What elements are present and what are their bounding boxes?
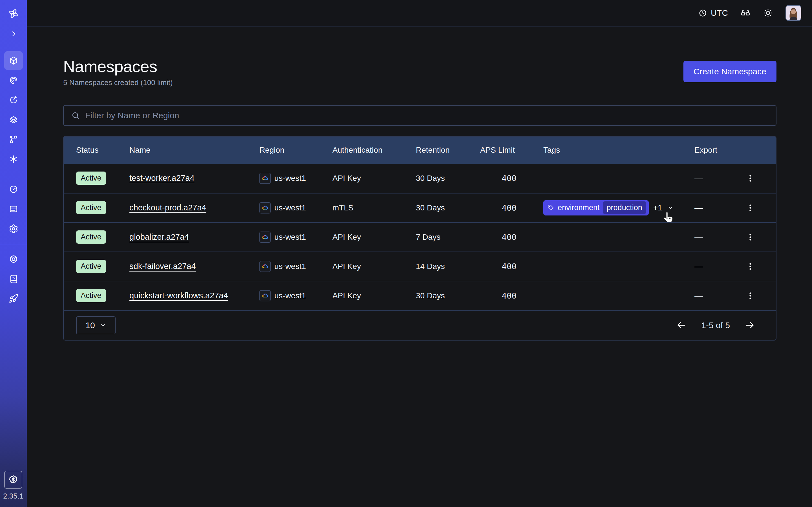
col-aps-limit: APS Limit [480, 146, 543, 155]
sidebar-item-gauge[interactable] [4, 179, 23, 199]
rocket-icon [9, 294, 18, 303]
timezone-label: UTC [711, 8, 728, 18]
page-size-select[interactable]: 10 [76, 316, 116, 334]
row-kebab-button[interactable] [738, 232, 776, 242]
gcp-logo-icon [259, 290, 271, 301]
temporal-logo [4, 6, 23, 21]
row-kebab-button[interactable] [738, 291, 776, 300]
chevron-right-icon [10, 30, 17, 38]
arrow-right-icon [745, 320, 755, 330]
sidebar-item-namespaces[interactable] [4, 51, 23, 70]
glasses-icon [741, 8, 751, 18]
region-name: us-west1 [274, 291, 306, 300]
tag-value: production [603, 202, 646, 214]
gcp-logo-icon [259, 202, 271, 214]
glasses-button[interactable] [741, 8, 751, 18]
table-row: Active globalizer.a27a4 us-west1 API Key… [64, 222, 776, 251]
sidebar-expand-button[interactable] [4, 26, 23, 41]
card-icon [9, 204, 18, 214]
col-export: Export [695, 146, 738, 155]
spiral-icon [9, 75, 18, 85]
col-region: Region [259, 146, 333, 155]
region-cell: us-west1 [259, 173, 333, 184]
export-value: — [695, 262, 738, 271]
page-title: Namespaces [63, 57, 173, 75]
pager: 1-5 of 5 [676, 320, 755, 330]
row-kebab-button[interactable] [738, 173, 776, 183]
theme-toggle-button[interactable] [763, 8, 773, 18]
export-value: — [695, 173, 738, 183]
page-head: Namespaces 5 Namespaces created (100 lim… [63, 57, 776, 87]
next-page-button[interactable] [745, 320, 755, 330]
gear-icon [9, 224, 18, 233]
namespace-link[interactable]: sdk-failover.a27a4 [130, 262, 196, 271]
table-footer: 10 1-5 of 5 [64, 310, 776, 340]
namespace-link[interactable]: test-worker.a27a4 [130, 173, 195, 182]
sidebar-divider [0, 244, 27, 244]
sidebar-item-branch[interactable] [4, 129, 23, 149]
region-cell: us-west1 [259, 261, 333, 272]
row-kebab-button[interactable] [738, 203, 776, 213]
sidebar-bottom: 2.35.1 [3, 471, 24, 500]
tag-badge[interactable]: environment production [543, 200, 649, 216]
page-size-value: 10 [86, 321, 95, 330]
chevron-down-icon [100, 322, 106, 329]
gcp-logo-icon [259, 231, 271, 243]
table-header-row: Status Name Region Authentication Retent… [64, 136, 776, 164]
table-row: Active sdk-failover.a27a4 us-west1 API K… [64, 251, 776, 281]
user-avatar[interactable] [785, 5, 801, 21]
aps-limit-value: 400 [480, 262, 543, 271]
sun-icon [763, 8, 773, 18]
create-namespace-button[interactable]: Create Namespace [683, 61, 776, 82]
auth-value: API Key [333, 233, 416, 242]
timezone-button[interactable]: UTC [698, 8, 728, 18]
filter-input[interactable] [85, 111, 769, 120]
export-value: — [695, 232, 738, 242]
namespace-link[interactable]: quickstart-workflows.a27a4 [130, 291, 228, 300]
table-body: Active test-worker.a27a4 us-west1 API Ke… [64, 164, 776, 310]
aps-limit-value: 400 [480, 173, 543, 183]
tag-expand-chevron[interactable] [667, 204, 674, 212]
sidebar-item-card[interactable] [4, 199, 23, 219]
kebab-icon [746, 173, 755, 183]
namespace-link[interactable]: globalizer.a27a4 [130, 232, 189, 241]
gauge-icon [9, 184, 18, 194]
asterisk-icon [9, 154, 18, 164]
cube-icon [9, 56, 18, 65]
kebab-icon [746, 232, 755, 242]
sidebar-item-book[interactable] [4, 269, 23, 289]
prev-page-button[interactable] [676, 320, 687, 330]
layers-icon [9, 115, 18, 124]
clock-icon [698, 9, 707, 17]
topbar: UTC [27, 0, 812, 26]
auth-value: API Key [333, 174, 416, 183]
filter-bar [63, 105, 776, 126]
status-badge: Active [76, 172, 106, 185]
kebab-icon [746, 291, 755, 300]
sidebar-item-asterisk[interactable] [4, 149, 23, 169]
col-authentication: Authentication [333, 146, 416, 155]
sidebar-item-spiral[interactable] [4, 70, 23, 90]
temporal-logo-icon [8, 8, 19, 19]
sidebar-item-timer[interactable] [4, 90, 23, 110]
billing-badge-button[interactable] [4, 471, 22, 489]
sidebar-item-lifebuoy[interactable] [4, 249, 23, 269]
retention-value: 30 Days [416, 174, 480, 183]
sidebar-item-rocket[interactable] [4, 289, 23, 308]
retention-value: 14 Days [416, 262, 480, 271]
aps-limit-value: 400 [480, 203, 543, 213]
row-kebab-button[interactable] [738, 262, 776, 271]
app-window: 2.35.1 UTC Namespaces 5 Namespaces creat… [0, 0, 812, 507]
lifebuoy-icon [9, 255, 18, 264]
avatar-image [786, 6, 801, 20]
sidebar-item-layers[interactable] [4, 110, 23, 129]
sidebar-item-gear[interactable] [4, 219, 23, 238]
chevron-down-icon [667, 204, 674, 212]
gcp-logo-icon [259, 173, 271, 184]
region-name: us-west1 [274, 203, 306, 212]
region-name: us-west1 [274, 262, 306, 271]
table-row: Active checkout-prod.a27a4 us-west1 mTLS… [64, 193, 776, 222]
retention-value: 30 Days [416, 203, 480, 212]
table-row: Active test-worker.a27a4 us-west1 API Ke… [64, 164, 776, 193]
namespace-link[interactable]: checkout-prod.a27a4 [130, 203, 206, 212]
